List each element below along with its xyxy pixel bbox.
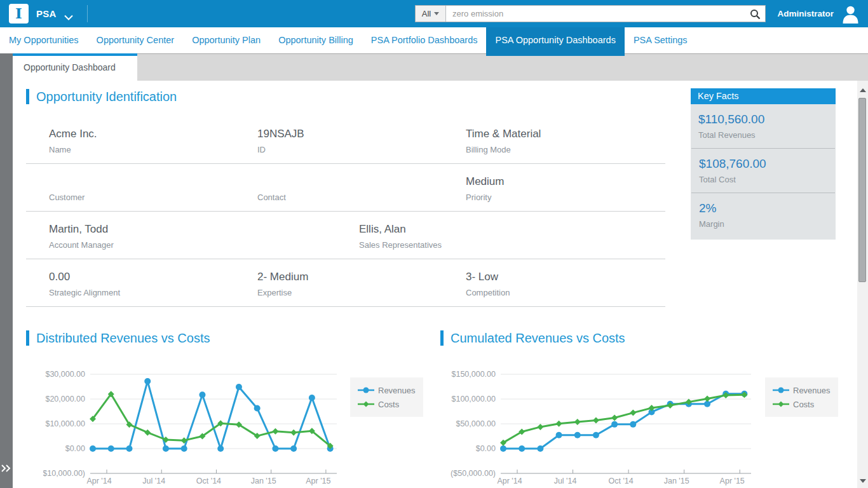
legend-item-costs[interactable]: Costs xyxy=(358,397,416,411)
field-label: Priority xyxy=(466,193,504,202)
section-accent-bar xyxy=(26,330,29,346)
legend-item-revenues[interactable]: Revenues xyxy=(773,383,831,397)
svg-text:Apr '15: Apr '15 xyxy=(306,477,330,485)
nav-tab-opportunity-billing[interactable]: Opportunity Billing xyxy=(269,27,362,53)
legend-item-costs[interactable]: Costs xyxy=(773,397,831,411)
app-switcher[interactable]: PSA xyxy=(36,0,57,27)
scroll-up-icon[interactable] xyxy=(860,88,866,92)
key-fact-value: $110,560.00 xyxy=(698,112,828,126)
svg-text:$0.00: $0.00 xyxy=(476,444,496,453)
data-point xyxy=(272,445,278,452)
psa-dashboard-page: I PSA All Administrator xyxy=(0,0,868,488)
data-point xyxy=(144,430,151,436)
nav-tab-my-opportunities[interactable]: My Opportunities xyxy=(0,27,88,53)
key-fact-margin: 2%Margin xyxy=(691,193,835,237)
nav-tab-opportunity-plan[interactable]: Opportunity Plan xyxy=(183,27,269,53)
search-icon[interactable] xyxy=(750,9,761,22)
legend-marker-icon xyxy=(773,386,789,394)
expand-panel-icon[interactable] xyxy=(1,464,12,475)
chart-title: Distributed Revenues vs Costs xyxy=(36,331,210,346)
key-fact-total-cost: $108,760.00Total Cost xyxy=(691,148,835,193)
field-value: 0.00 xyxy=(49,271,120,284)
svg-text:Jan '15: Jan '15 xyxy=(251,477,276,485)
data-point xyxy=(704,396,710,402)
nav-tab-psa-opportunity-dashboards[interactable]: PSA Opportunity Dashboards xyxy=(486,27,624,56)
data-point xyxy=(556,421,562,427)
field-row: Martin, ToddAccount ManagerEllis, AlanSa… xyxy=(26,212,665,259)
data-point xyxy=(593,432,599,438)
data-point xyxy=(630,410,636,416)
data-point xyxy=(199,391,205,398)
legend-label: Costs xyxy=(793,400,814,409)
legend-marker-icon xyxy=(358,386,374,394)
chart-legend: RevenuesCosts xyxy=(350,377,423,417)
data-point xyxy=(126,445,132,452)
data-point xyxy=(519,445,525,452)
nav-tab-opportunity-center[interactable]: Opportunity Center xyxy=(88,27,184,53)
field-value xyxy=(49,175,85,189)
key-facts-title: Key Facts xyxy=(691,88,836,104)
app-logo: I xyxy=(9,4,29,24)
data-point xyxy=(611,415,618,421)
field-label: Customer xyxy=(49,193,85,202)
svg-text:$100,000.00: $100,000.00 xyxy=(451,395,496,403)
user-avatar[interactable] xyxy=(841,4,860,26)
data-point xyxy=(309,395,315,401)
field-customer: Customer xyxy=(49,175,85,202)
field-label: Contact xyxy=(257,193,286,202)
data-point xyxy=(254,405,261,411)
data-point xyxy=(236,384,242,390)
nav-tab-psa-portfolio-dashboards[interactable]: PSA Portfolio Dashboards xyxy=(362,27,487,53)
field-name: Acme Inc.Name xyxy=(49,128,97,154)
key-fact-value: $108,760.00 xyxy=(699,157,827,171)
legend-item-revenues[interactable]: Revenues xyxy=(358,383,416,397)
key-fact-label: Margin xyxy=(699,219,827,229)
field-priority: MediumPriority xyxy=(466,175,504,202)
field-account-manager: Martin, ToddAccount Manager xyxy=(49,223,114,250)
svg-text:Apr '14: Apr '14 xyxy=(497,477,522,485)
search-scope-value: All xyxy=(422,9,431,18)
chevron-down-icon[interactable] xyxy=(64,11,74,23)
svg-text:Jul '14: Jul '14 xyxy=(142,477,165,485)
main-nav: My OpportunitiesOpportunity CenterOpport… xyxy=(0,27,868,53)
section-title: Opportunity Identification xyxy=(36,90,177,104)
top-bar: I PSA All Administrator xyxy=(0,0,868,27)
field-value xyxy=(257,175,286,189)
scrollbar-thumb[interactable] xyxy=(858,98,866,282)
data-point xyxy=(90,445,96,452)
legend-label: Revenues xyxy=(793,386,831,395)
svg-text:Apr '14: Apr '14 xyxy=(86,477,111,485)
subtab-opportunity-dashboard[interactable]: Opportunity Dashboard xyxy=(13,53,137,81)
field-billing-mode: Time & MaterialBilling Mode xyxy=(466,128,541,154)
field-value: Martin, Todd xyxy=(49,223,114,236)
field-label: Expertise xyxy=(257,288,308,297)
svg-text:Apr '15: Apr '15 xyxy=(720,477,745,485)
section-opportunity-identification: Opportunity Identification xyxy=(26,89,177,104)
search-scope-dropdown[interactable]: All xyxy=(416,6,446,22)
field-value: 19NSAJB xyxy=(257,128,304,141)
svg-text:$20,000.00: $20,000.00 xyxy=(45,395,85,403)
field-label: ID xyxy=(257,145,304,154)
svg-text:$30,000.00: $30,000.00 xyxy=(45,370,85,379)
cumulated-revenues-vs-costs-chart: $150,000.00$100,000.00$50,000.00$0.00($5… xyxy=(445,363,769,488)
data-point xyxy=(144,378,151,384)
data-point xyxy=(290,445,297,452)
field-label: Account Manager xyxy=(49,240,114,250)
field-value: Acme Inc. xyxy=(49,128,97,141)
svg-text:Jan '15: Jan '15 xyxy=(664,477,689,485)
caret-down-icon xyxy=(434,12,439,15)
nav-tab-psa-settings[interactable]: PSA Settings xyxy=(625,27,696,53)
search-input[interactable] xyxy=(446,6,765,22)
data-point xyxy=(163,445,169,452)
data-point xyxy=(593,417,599,423)
current-user-label[interactable]: Administrator xyxy=(777,0,834,27)
series-revenues-line xyxy=(93,381,330,449)
data-point xyxy=(537,424,543,430)
field-competition: 3- LowCompetition xyxy=(466,271,510,297)
field-row: CustomerContactMediumPriority xyxy=(26,164,665,212)
field-label: Name xyxy=(49,145,97,154)
collapsed-side-panel xyxy=(0,53,13,488)
field-row: Acme Inc.Name19NSAJBIDTime & MaterialBil… xyxy=(26,116,665,164)
scroll-down-icon[interactable] xyxy=(860,479,866,483)
vertical-scrollbar[interactable] xyxy=(857,81,868,488)
